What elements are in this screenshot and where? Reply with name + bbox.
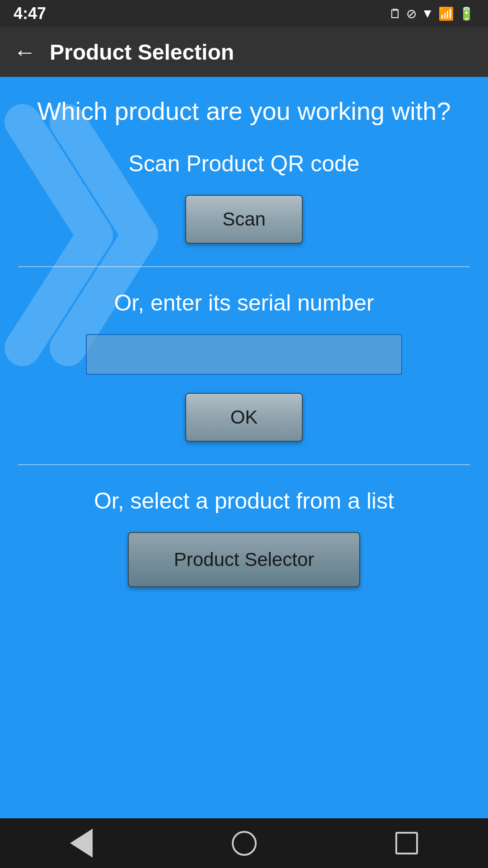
status-bar: 4:47 🗒 ⊘ ▼ 📶 🔋	[0, 0, 488, 27]
scan-label: Scan Product QR code	[128, 151, 359, 177]
signal-icon: 📶	[438, 6, 454, 21]
scan-button[interactable]: Scan	[185, 195, 303, 244]
do-not-disturb-icon: ⊘	[406, 6, 417, 21]
back-button[interactable]: ←	[14, 41, 36, 63]
wifi-icon: ▼	[421, 6, 434, 21]
chevron-decoration	[0, 99, 199, 371]
serial-number-input[interactable]	[86, 334, 402, 375]
nav-back-button[interactable]	[54, 825, 108, 861]
status-time: 4:47	[14, 4, 46, 23]
app-bar: ← Product Selection	[0, 27, 488, 77]
bottom-nav	[0, 818, 488, 868]
page-title: Product Selection	[50, 40, 234, 65]
main-content: Which product are you working with? Scan…	[0, 77, 488, 818]
product-selector-button[interactable]: Product Selector	[128, 532, 361, 587]
ok-button[interactable]: OK	[185, 393, 303, 442]
nav-recent-button[interactable]	[380, 825, 434, 861]
status-icons: 🗒 ⊘ ▼ 📶 🔋	[389, 6, 474, 21]
battery-icon: 🔋	[459, 6, 474, 21]
divider-1	[18, 266, 470, 267]
list-label: Or, select a product from a list	[94, 488, 394, 514]
notification-icon: 🗒	[389, 6, 402, 21]
nav-home-button[interactable]	[217, 825, 271, 861]
home-nav-icon	[232, 831, 257, 856]
back-nav-icon	[70, 829, 93, 858]
recent-nav-icon	[395, 832, 418, 854]
divider-2	[18, 464, 470, 465]
main-heading: Which product are you working with?	[37, 95, 450, 128]
serial-label: Or, enter its serial number	[114, 290, 374, 316]
